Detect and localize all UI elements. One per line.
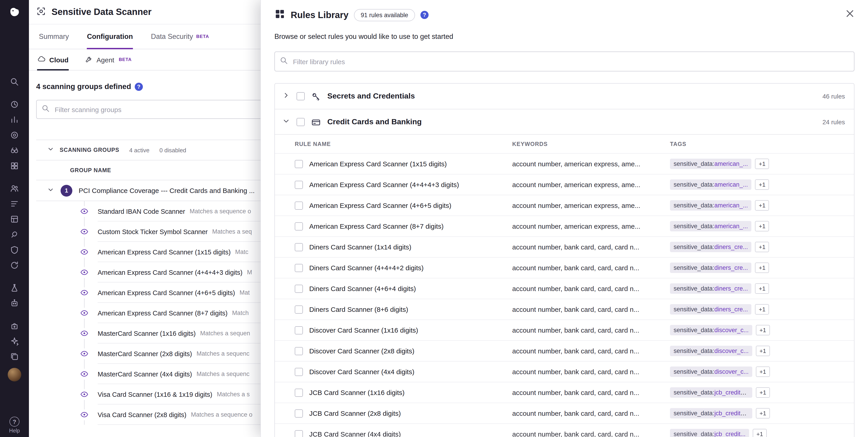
more-tags-pill[interactable]: +1 bbox=[756, 367, 770, 377]
tab-configuration[interactable]: Configuration bbox=[87, 24, 133, 49]
more-tags-pill[interactable]: +1 bbox=[756, 325, 770, 335]
tag-pill[interactable]: sensitive_data:discover_c... bbox=[670, 367, 752, 377]
tag-pill[interactable]: sensitive_data:jcb_credit... bbox=[670, 429, 749, 437]
filter-library-rules-input[interactable] bbox=[274, 52, 855, 71]
rule-group-secrets-and-credentials[interactable]: Secrets and Credentials 46 rules bbox=[275, 84, 854, 109]
more-tags-pill[interactable]: +1 bbox=[756, 408, 770, 418]
dashboards-icon[interactable] bbox=[6, 112, 23, 127]
sparkles-icon[interactable] bbox=[6, 334, 23, 349]
tag-pill[interactable]: sensitive_data:jcb_credit_... bbox=[670, 387, 752, 398]
tag-pill[interactable]: sensitive_data:american_... bbox=[670, 159, 752, 169]
apm-icon[interactable] bbox=[6, 227, 23, 242]
security-icon[interactable] bbox=[6, 242, 23, 258]
ci-cd-icon[interactable] bbox=[6, 258, 23, 273]
tag-pill[interactable]: sensitive_data:diners_cre... bbox=[670, 304, 752, 315]
rule-checkbox[interactable] bbox=[295, 388, 303, 397]
monitors-icon[interactable] bbox=[6, 127, 23, 143]
subtab-agent[interactable]: Agent BETA bbox=[85, 49, 131, 70]
cross-product-icon[interactable] bbox=[6, 349, 23, 364]
eye-icon[interactable] bbox=[79, 287, 90, 298]
tag-pill[interactable]: sensitive_data:american_... bbox=[670, 200, 752, 211]
more-tags-pill[interactable]: +1 bbox=[756, 346, 770, 356]
chevron-down-icon[interactable] bbox=[47, 146, 54, 155]
user-avatar[interactable] bbox=[8, 368, 21, 381]
more-tags-pill[interactable]: +1 bbox=[755, 283, 769, 294]
eye-icon[interactable] bbox=[79, 247, 90, 257]
watchdog-icon[interactable] bbox=[6, 143, 23, 158]
subtab-cloud[interactable]: Cloud bbox=[37, 49, 68, 70]
eye-icon[interactable] bbox=[79, 409, 90, 420]
rule-checkbox[interactable] bbox=[295, 326, 303, 334]
chevron-down-icon[interactable] bbox=[47, 186, 54, 195]
library-rule-row[interactable]: Discover Card Scanner (2x8 digits) accou… bbox=[275, 340, 854, 361]
rule-checkbox[interactable] bbox=[295, 409, 303, 417]
help-tooltip-icon[interactable]: ? bbox=[421, 11, 429, 19]
library-rule-row[interactable]: American Express Card Scanner (8+7 digit… bbox=[275, 216, 854, 236]
eye-icon[interactable] bbox=[79, 328, 90, 339]
tag-pill[interactable]: sensitive_data:jcb_credit_... bbox=[670, 408, 752, 418]
rule-checkbox[interactable] bbox=[295, 201, 303, 210]
more-tags-pill[interactable]: +1 bbox=[755, 304, 769, 315]
library-rule-row[interactable]: Diners Card Scanner (1x14 digits) accoun… bbox=[275, 236, 854, 257]
more-tags-pill[interactable]: +1 bbox=[755, 200, 769, 211]
more-tags-pill[interactable]: +1 bbox=[755, 221, 769, 231]
rule-checkbox[interactable] bbox=[295, 160, 303, 168]
chevron-down-icon[interactable] bbox=[282, 117, 290, 127]
bits-ai-icon[interactable] bbox=[6, 295, 23, 311]
eye-icon[interactable] bbox=[79, 206, 90, 217]
tag-pill[interactable]: sensitive_data:discover_c... bbox=[670, 346, 752, 356]
chevron-right-icon[interactable] bbox=[282, 91, 290, 101]
help-button[interactable]: ? Help bbox=[9, 417, 20, 433]
integrations-icon[interactable] bbox=[6, 158, 23, 174]
tag-pill[interactable]: sensitive_data:diners_cre... bbox=[670, 262, 752, 273]
more-tags-pill[interactable]: +1 bbox=[753, 429, 767, 437]
library-rule-row[interactable]: JCB Card Scanner (1x16 digits) account n… bbox=[275, 382, 854, 403]
more-tags-pill[interactable]: +1 bbox=[755, 242, 769, 252]
close-icon[interactable] bbox=[844, 7, 856, 20]
library-rule-row[interactable]: Diners Card Scanner (8+6 digits) account… bbox=[275, 299, 854, 319]
library-rule-row[interactable]: American Express Card Scanner (4+6+5 dig… bbox=[275, 195, 854, 216]
tag-pill[interactable]: sensitive_data:diners_cre... bbox=[670, 283, 752, 294]
tab-summary[interactable]: Summary bbox=[39, 24, 69, 49]
group-checkbox[interactable] bbox=[297, 92, 305, 100]
help-tooltip-icon[interactable]: ? bbox=[135, 83, 143, 91]
eye-icon[interactable] bbox=[79, 389, 90, 400]
library-rule-row[interactable]: Diners Card Scanner (4+4+4+2 digits) acc… bbox=[275, 257, 854, 278]
rule-checkbox[interactable] bbox=[295, 284, 303, 292]
rule-checkbox[interactable] bbox=[295, 430, 303, 437]
library-rule-row[interactable]: Discover Card Scanner (1x16 digits) acco… bbox=[275, 319, 854, 340]
tag-pill[interactable]: sensitive_data:diners_cre... bbox=[670, 242, 752, 252]
tag-pill[interactable]: sensitive_data:discover_c... bbox=[670, 325, 752, 335]
infrastructure-icon[interactable] bbox=[6, 212, 23, 227]
teams-icon[interactable] bbox=[6, 181, 23, 196]
eye-icon[interactable] bbox=[79, 348, 90, 359]
log-management-icon[interactable] bbox=[6, 196, 23, 212]
library-rule-row[interactable]: JCB Card Scanner (2x8 digits) account nu… bbox=[275, 403, 854, 424]
eye-icon[interactable] bbox=[79, 226, 90, 237]
more-tags-pill[interactable]: +1 bbox=[755, 262, 769, 273]
library-rule-row[interactable]: JCB Card Scanner (4x4 digits) account nu… bbox=[275, 424, 854, 437]
rule-group-credit-cards-and-banking[interactable]: Credit Cards and Banking 24 rules bbox=[275, 109, 854, 134]
eye-icon[interactable] bbox=[79, 369, 90, 379]
tag-pill[interactable]: sensitive_data:american_... bbox=[670, 179, 752, 190]
library-rule-row[interactable]: Diners Card Scanner (4+6+4 digits) accou… bbox=[275, 278, 854, 299]
rule-checkbox[interactable] bbox=[295, 368, 303, 376]
group-checkbox[interactable] bbox=[297, 118, 305, 126]
more-tags-pill[interactable]: +1 bbox=[755, 159, 769, 169]
datadog-logo-icon[interactable] bbox=[6, 4, 23, 20]
tag-pill[interactable]: sensitive_data:american_... bbox=[670, 221, 752, 231]
history-icon[interactable] bbox=[6, 97, 23, 112]
search-icon[interactable] bbox=[6, 74, 23, 90]
tab-data-security[interactable]: Data Security BETA bbox=[151, 24, 209, 49]
labs-icon[interactable] bbox=[6, 280, 23, 295]
library-rule-row[interactable]: American Express Card Scanner (1x15 digi… bbox=[275, 153, 854, 174]
library-rule-row[interactable]: American Express Card Scanner (4+4+4+3 d… bbox=[275, 174, 854, 195]
organization-icon[interactable] bbox=[6, 318, 23, 334]
rule-checkbox[interactable] bbox=[295, 264, 303, 272]
eye-icon[interactable] bbox=[79, 267, 90, 278]
rule-checkbox[interactable] bbox=[295, 222, 303, 230]
rule-checkbox[interactable] bbox=[295, 181, 303, 189]
rule-checkbox[interactable] bbox=[295, 305, 303, 313]
rule-checkbox[interactable] bbox=[295, 347, 303, 355]
more-tags-pill[interactable]: +1 bbox=[756, 387, 770, 398]
